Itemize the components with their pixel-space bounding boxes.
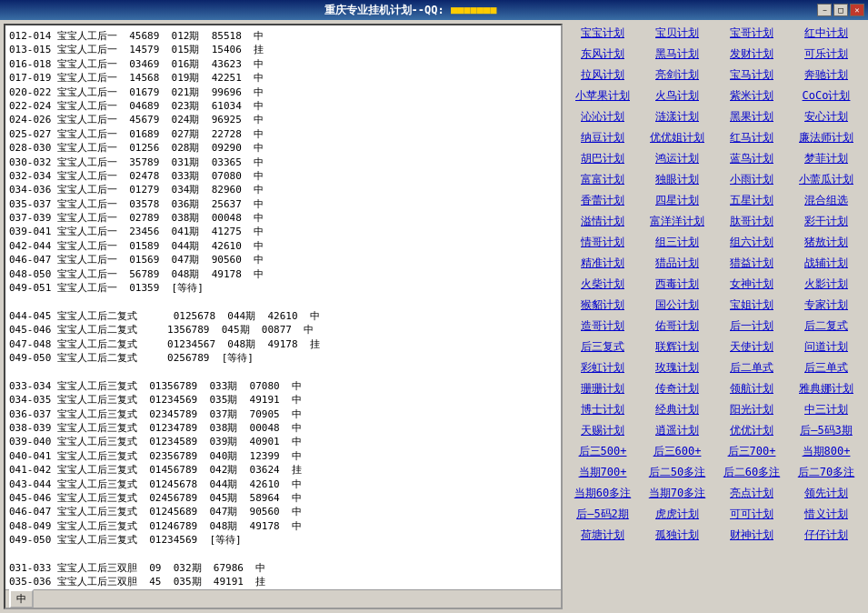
plan-link-71[interactable]: 雅典娜计划 xyxy=(790,379,863,398)
plan-link-51[interactable]: 火影计划 xyxy=(790,275,863,294)
plan-link-14[interactable]: 紫米计划 xyxy=(715,86,788,106)
close-button[interactable]: ✕ xyxy=(850,4,864,16)
plan-link-6[interactable]: 发财计划 xyxy=(715,45,788,64)
plan-link-57[interactable]: 佑哥计划 xyxy=(641,317,713,336)
plan-link-99[interactable]: 仔仔计划 xyxy=(790,526,863,545)
plan-link-20[interactable]: 纳豆计划 xyxy=(566,128,639,147)
plan-link-2[interactable]: 宝哥计划 xyxy=(715,24,788,43)
plan-link-80[interactable]: 后三500+ xyxy=(566,442,639,461)
plan-link-69[interactable]: 传奇计划 xyxy=(641,379,713,398)
plan-link-18[interactable]: 黑果计划 xyxy=(715,107,788,126)
plan-link-23[interactable]: 廉法师计划 xyxy=(790,128,863,147)
plan-link-68[interactable]: 珊珊计划 xyxy=(566,379,639,398)
plan-link-85[interactable]: 后二50多注 xyxy=(641,463,713,482)
plan-link-89[interactable]: 当期70多注 xyxy=(641,484,713,503)
plan-link-81[interactable]: 后三600+ xyxy=(641,442,713,461)
plan-link-12[interactable]: 小苹果计划 xyxy=(566,86,639,106)
plan-link-74[interactable]: 阳光计划 xyxy=(715,400,788,419)
plan-link-88[interactable]: 当期60多注 xyxy=(566,484,639,503)
plan-link-94[interactable]: 可可计划 xyxy=(715,505,788,524)
plan-link-47[interactable]: 战辅计划 xyxy=(790,254,863,273)
plan-link-45[interactable]: 猎品计划 xyxy=(641,254,713,273)
plan-link-97[interactable]: 孤独计划 xyxy=(641,526,713,545)
plan-link-4[interactable]: 东风计划 xyxy=(566,45,639,64)
plan-link-60[interactable]: 后三复式 xyxy=(566,337,639,357)
plan-link-48[interactable]: 火柴计划 xyxy=(566,275,639,294)
plan-link-49[interactable]: 西毒计划 xyxy=(641,275,713,294)
plan-link-77[interactable]: 逍遥计划 xyxy=(641,421,713,440)
plan-link-10[interactable]: 宝马计划 xyxy=(715,65,788,85)
minimize-button[interactable]: － xyxy=(817,4,832,16)
plan-link-8[interactable]: 拉风计划 xyxy=(566,65,639,85)
status-button[interactable]: 中 xyxy=(9,589,34,608)
plan-link-21[interactable]: 优优姐计划 xyxy=(641,128,713,147)
plan-link-41[interactable]: 组三计划 xyxy=(641,233,713,252)
plan-link-62[interactable]: 天使计划 xyxy=(715,337,788,357)
plan-link-7[interactable]: 可乐计划 xyxy=(790,45,863,64)
plan-link-75[interactable]: 中三计划 xyxy=(790,400,863,419)
plan-link-52[interactable]: 猴貂计划 xyxy=(566,296,639,315)
plan-link-22[interactable]: 红马计划 xyxy=(715,128,788,147)
plan-link-93[interactable]: 虎虎计划 xyxy=(641,505,713,524)
plan-link-54[interactable]: 宝姐计划 xyxy=(715,296,788,315)
plan-link-79[interactable]: 后—5码3期 xyxy=(790,421,863,440)
plan-link-13[interactable]: 火鸟计划 xyxy=(641,86,713,106)
plan-link-24[interactable]: 胡巴计划 xyxy=(566,149,639,168)
plan-link-26[interactable]: 蓝鸟计划 xyxy=(715,149,788,168)
plan-link-36[interactable]: 溢情计划 xyxy=(566,212,639,231)
plan-link-19[interactable]: 安心计划 xyxy=(790,107,863,126)
plan-link-3[interactable]: 红中计划 xyxy=(790,24,863,43)
plan-link-98[interactable]: 财神计划 xyxy=(715,526,788,545)
plan-link-40[interactable]: 情哥计划 xyxy=(566,233,639,252)
plan-link-29[interactable]: 独眼计划 xyxy=(641,170,713,189)
plan-link-37[interactable]: 富洋洋计划 xyxy=(641,212,713,231)
plan-link-59[interactable]: 后二复式 xyxy=(790,317,863,336)
plan-link-1[interactable]: 宝贝计划 xyxy=(641,24,713,43)
plan-link-31[interactable]: 小薷瓜计划 xyxy=(790,170,863,189)
plan-link-76[interactable]: 天赐计划 xyxy=(566,421,639,440)
plan-link-61[interactable]: 联辉计划 xyxy=(641,337,713,357)
plan-link-0[interactable]: 宝宝计划 xyxy=(566,24,639,43)
plan-link-5[interactable]: 黑马计划 xyxy=(641,45,713,64)
plan-link-9[interactable]: 亮剑计划 xyxy=(641,65,713,85)
maximize-button[interactable]: □ xyxy=(833,4,848,16)
plan-link-42[interactable]: 组六计划 xyxy=(715,233,788,252)
plan-link-55[interactable]: 专家计划 xyxy=(790,296,863,315)
plan-link-32[interactable]: 香蕾计划 xyxy=(566,191,639,210)
plan-link-92[interactable]: 后—5码2期 xyxy=(566,505,639,524)
plan-link-34[interactable]: 五星计划 xyxy=(715,191,788,210)
plan-link-44[interactable]: 精准计划 xyxy=(566,254,639,273)
plan-link-73[interactable]: 经典计划 xyxy=(641,400,713,419)
plan-link-84[interactable]: 当期700+ xyxy=(566,463,639,482)
plan-link-58[interactable]: 后一计划 xyxy=(715,317,788,336)
plan-link-25[interactable]: 鸿运计划 xyxy=(641,149,713,168)
content-area[interactable]: 012-014 宝宝人工后一 45689 012期 85518 中 013-01… xyxy=(5,25,561,589)
plan-link-15[interactable]: CoCo计划 xyxy=(790,86,863,106)
plan-link-35[interactable]: 混合组选 xyxy=(790,191,863,210)
plan-link-87[interactable]: 后二70多注 xyxy=(790,463,863,482)
plan-link-30[interactable]: 小雨计划 xyxy=(715,170,788,189)
plan-link-56[interactable]: 造哥计划 xyxy=(566,317,639,336)
plan-link-53[interactable]: 国公计划 xyxy=(641,296,713,315)
plan-link-82[interactable]: 后三700+ xyxy=(715,442,788,461)
plan-link-28[interactable]: 富富计划 xyxy=(566,170,639,189)
plan-link-43[interactable]: 猪敖计划 xyxy=(790,233,863,252)
plan-link-63[interactable]: 问道计划 xyxy=(790,337,863,357)
plan-link-70[interactable]: 领航计划 xyxy=(715,379,788,398)
plan-link-65[interactable]: 玫瑰计划 xyxy=(641,358,713,377)
plan-link-17[interactable]: 涟漾计划 xyxy=(641,107,713,126)
plan-link-39[interactable]: 彩干计划 xyxy=(790,212,863,231)
plan-link-95[interactable]: 惜义计划 xyxy=(790,505,863,524)
plan-link-50[interactable]: 女神计划 xyxy=(715,275,788,294)
plan-link-66[interactable]: 后二单式 xyxy=(715,358,788,377)
plan-link-67[interactable]: 后三单式 xyxy=(790,358,863,377)
plan-link-96[interactable]: 荷塘计划 xyxy=(566,526,639,545)
plan-link-72[interactable]: 博士计划 xyxy=(566,400,639,419)
plan-link-27[interactable]: 梦菲计划 xyxy=(790,149,863,168)
plan-link-11[interactable]: 奔驰计划 xyxy=(790,65,863,85)
plan-link-78[interactable]: 优优计划 xyxy=(715,421,788,440)
plan-link-33[interactable]: 四星计划 xyxy=(641,191,713,210)
plan-link-86[interactable]: 后二60多注 xyxy=(715,463,788,482)
plan-link-90[interactable]: 亮点计划 xyxy=(715,484,788,503)
plan-link-38[interactable]: 肽哥计划 xyxy=(715,212,788,231)
